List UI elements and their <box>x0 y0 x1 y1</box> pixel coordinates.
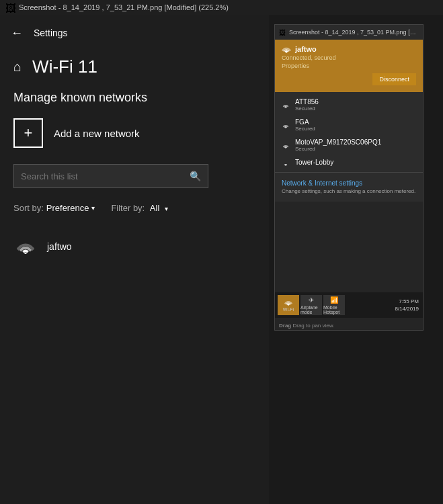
popup-network-item[interactable]: MotoVAP_M91720SC06PQ1 Secured <box>275 135 423 155</box>
popup-net-name: ATT856 <box>295 98 319 106</box>
search-icon: 🔍 <box>190 171 201 181</box>
popup-net-name: MotoVAP_M91720SC06PQ1 <box>295 138 381 146</box>
drag-hint-bar: Drag Drag to pan view. <box>275 323 423 329</box>
connected-network-section: jaftwo Connected, secured Properties Dis… <box>275 40 423 92</box>
popup-net-info: FGA Secured <box>295 118 315 132</box>
popup-net-secured: Secured <box>295 126 315 132</box>
popup-wifi-icon <box>282 159 290 166</box>
search-input[interactable] <box>21 171 184 181</box>
svg-point-1 <box>286 52 287 53</box>
disconnect-button[interactable]: Disconnect <box>372 73 416 85</box>
connected-status: Connected, secured <box>282 54 416 61</box>
settings-window: ← Settings ⌂ Wi-Fi 11 Manage known netwo… <box>0 15 269 504</box>
airplane-icon-label: Airplane mode <box>300 305 322 314</box>
date-display: 8/14/2019 <box>395 305 419 312</box>
wifi-page-title: Wi-Fi 11 <box>32 56 97 77</box>
popup-divider <box>275 172 423 173</box>
filter-section: Filter by: All ▾ <box>111 203 168 213</box>
popup-wifi-icon <box>282 142 290 149</box>
wifi-signal-icon <box>13 235 38 259</box>
airplane-icon: ✈ <box>309 296 314 304</box>
screenshot-title-bar: 🖼 Screenshot - 8_14_2019 , 7_53_01 PM.pn… <box>275 25 423 40</box>
airplane-mode-button[interactable]: ✈ Airplane mode <box>300 295 322 315</box>
popup-network-item[interactable]: ATT856 Secured <box>275 95 423 115</box>
manage-networks-title: Manage known networks <box>13 91 255 105</box>
screenshot-window: 🖼 Screenshot - 8_14_2019 , 7_53_01 PM.pn… <box>274 24 424 331</box>
settings-page-title: Settings <box>34 28 68 38</box>
mobile-hotspot-button[interactable]: 📶 Mobile Hotspot <box>323 295 345 315</box>
popup-net-info: ATT856 Secured <box>295 98 319 112</box>
network-settings-desc: Change settings, such as making a connec… <box>282 188 416 195</box>
popup-wifi-icon <box>282 101 290 108</box>
sort-chevron-icon[interactable]: ▾ <box>91 204 95 212</box>
title-bar: 🖼 Screenshot - 8_14_2019 , 7_53_21 PM.pn… <box>0 0 443 15</box>
filter-chevron-icon[interactable]: ▾ <box>165 205 168 212</box>
svg-point-0 <box>24 253 26 254</box>
home-icon: ⌂ <box>13 59 22 75</box>
popup-network-item[interactable]: FGA Secured <box>275 115 423 135</box>
system-tray: 7:55 PM 8/14/2019 <box>395 298 423 312</box>
add-network-row: + Add a new network <box>13 118 255 148</box>
taskbar-icons-area: Wi-Fi ✈ Airplane mode 📶 Mobile Hotspot 7… <box>275 292 423 318</box>
popup-net-info: Tower-Lobby <box>295 159 333 166</box>
add-network-label: Add a new network <box>54 128 140 139</box>
wifi-popup: jaftwo Connected, secured Properties Dis… <box>275 40 423 202</box>
plus-icon: + <box>24 126 33 140</box>
svg-point-6 <box>288 305 289 306</box>
sort-filter-row: Sort by: Preference ▾ Filter by: All ▾ <box>13 203 255 213</box>
wifi-section: ⌂ Wi-Fi 11 Manage known networks + Add a… <box>0 46 269 264</box>
popup-network-item[interactable]: Tower-Lobby <box>275 155 423 169</box>
filter-label: Filter by: <box>111 203 145 213</box>
drag-hint-text: Drag Drag to pan view. <box>279 323 334 329</box>
popup-net-name: FGA <box>295 118 315 126</box>
wifi-icon-label: Wi-Fi <box>283 307 294 312</box>
back-button[interactable]: ← <box>11 27 23 39</box>
time-display: 7:55 PM <box>395 298 419 305</box>
popup-net-secured: Secured <box>295 106 319 112</box>
connected-wifi-icon <box>282 45 291 53</box>
mobile-icon-label: Mobile Hotspot <box>323 305 345 314</box>
svg-point-2 <box>285 108 286 108</box>
add-network-button[interactable]: + <box>13 118 43 148</box>
mobile-hotspot-icon: 📶 <box>330 296 338 304</box>
sort-label: Sort by: <box>13 203 44 213</box>
filter-value[interactable]: All <box>150 203 159 213</box>
wifi-heading: ⌂ Wi-Fi 11 <box>13 56 255 77</box>
screenshot-app-icon: 🖼 <box>279 29 286 36</box>
settings-header: ← Settings <box>0 15 269 46</box>
properties-link[interactable]: Properties <box>282 62 416 69</box>
sort-value[interactable]: Preference <box>46 203 89 213</box>
network-settings-link[interactable]: Network & Internet settings <box>282 179 416 187</box>
popup-wifi-icon <box>282 122 290 128</box>
screenshot-title-text: Screenshot - 8_14_2019 , 7_53_01 PM.png … <box>289 29 419 36</box>
svg-point-5 <box>285 165 286 166</box>
search-box[interactable]: 🔍 <box>13 164 208 188</box>
popup-network-list: ATT856 Secured FGA Secured <box>275 92 423 202</box>
network-list-item[interactable]: jaftwo <box>13 229 255 264</box>
network-internet-settings: Network & Internet settings Change setti… <box>275 175 423 199</box>
svg-point-3 <box>285 128 286 128</box>
quick-action-icons: Wi-Fi ✈ Airplane mode 📶 Mobile Hotspot <box>275 294 348 317</box>
system-clock: 7:55 PM 8/14/2019 <box>395 298 419 312</box>
popup-net-info: MotoVAP_M91720SC06PQ1 Secured <box>295 138 381 152</box>
connected-network-name: jaftwo <box>295 45 317 53</box>
wifi-taskbar-button[interactable]: Wi-Fi <box>278 295 299 315</box>
popup-net-name: Tower-Lobby <box>295 159 333 166</box>
network-name: jaftwo <box>47 241 72 252</box>
title-bar-text: Screenshot - 8_14_2019 , 7_53_21 PM.png … <box>19 3 229 11</box>
popup-net-secured: Secured <box>295 146 381 152</box>
svg-point-4 <box>285 148 286 149</box>
app-icon: 🖼 <box>5 3 15 12</box>
